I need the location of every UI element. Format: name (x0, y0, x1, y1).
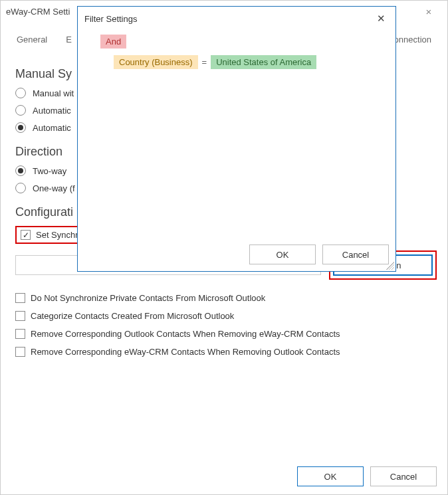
checkbox-no-private-label: Do Not Synchronize Private Contacts From… (31, 293, 265, 303)
checkbox-categorize-label: Categorize Contacts Created From Microso… (31, 311, 234, 321)
close-icon[interactable]: × (415, 6, 442, 17)
dialog-title-bar: Filter Settings ✕ (78, 7, 395, 31)
radio-oneway[interactable] (15, 183, 26, 193)
settings-window: eWay-CRM Setti × General E onnection Man… (0, 0, 448, 495)
checkbox-remove-eway[interactable] (15, 347, 25, 357)
radio-manual-label: Manual wit (33, 88, 74, 98)
checkbox-categorize[interactable] (15, 311, 25, 321)
resize-handle-icon[interactable] (386, 262, 394, 270)
tab-connection[interactable]: onnection (394, 31, 441, 51)
checkbox-remove-outlook-label: Remove Corresponding Outlook Contacts Wh… (31, 329, 340, 339)
checkbox-no-private[interactable] (15, 293, 25, 303)
filter-comparison[interactable]: = (201, 57, 209, 67)
ok-button[interactable]: OK (297, 466, 364, 486)
dialog-cancel-button[interactable]: Cancel (322, 245, 389, 264)
cancel-button[interactable]: Cancel (370, 466, 437, 486)
checkbox-remove-eway-label: Remove Corresponding eWay-CRM Contacts W… (31, 347, 340, 357)
radio-automatic-1-label: Automatic (33, 106, 71, 116)
dialog-close-icon[interactable]: ✕ (373, 13, 389, 25)
filter-operator-and[interactable]: And (100, 35, 126, 49)
radio-automatic-1[interactable] (15, 105, 26, 116)
dialog-body: And Country (Business) = United States o… (78, 31, 395, 238)
checkbox-remove-outlook[interactable] (15, 329, 25, 339)
filter-settings-dialog: Filter Settings ✕ And Country (Business)… (77, 6, 396, 272)
dialog-ok-button[interactable]: OK (249, 245, 316, 264)
radio-twoway[interactable] (15, 165, 26, 176)
footer-buttons: OK Cancel (297, 466, 437, 486)
radio-oneway-label: One-way (f (33, 183, 75, 193)
radio-twoway-label: Two-way (33, 166, 66, 176)
radio-automatic-2[interactable] (15, 122, 26, 133)
check-remove-outlook-row[interactable]: Remove Corresponding Outlook Contacts Wh… (15, 329, 437, 339)
filter-condition-line[interactable]: Country (Business) = United States of Am… (114, 55, 389, 69)
check-no-private-row[interactable]: Do Not Synchronize Private Contacts From… (15, 293, 437, 303)
filter-value[interactable]: United States of America (211, 55, 316, 69)
tab-general[interactable]: General (7, 31, 56, 51)
radio-automatic-2-label: Automatic (33, 123, 71, 133)
dialog-title: Filter Settings (84, 14, 373, 24)
check-remove-eway-row[interactable]: Remove Corresponding eWay-CRM Contacts W… (15, 347, 437, 357)
checkbox-set-condition[interactable] (21, 230, 31, 240)
dialog-footer: OK Cancel (78, 238, 395, 271)
check-categorize-row[interactable]: Categorize Contacts Created From Microso… (15, 311, 437, 321)
tab-second[interactable]: E (56, 31, 72, 51)
radio-manual[interactable] (15, 88, 26, 98)
filter-field[interactable]: Country (Business) (114, 55, 198, 69)
